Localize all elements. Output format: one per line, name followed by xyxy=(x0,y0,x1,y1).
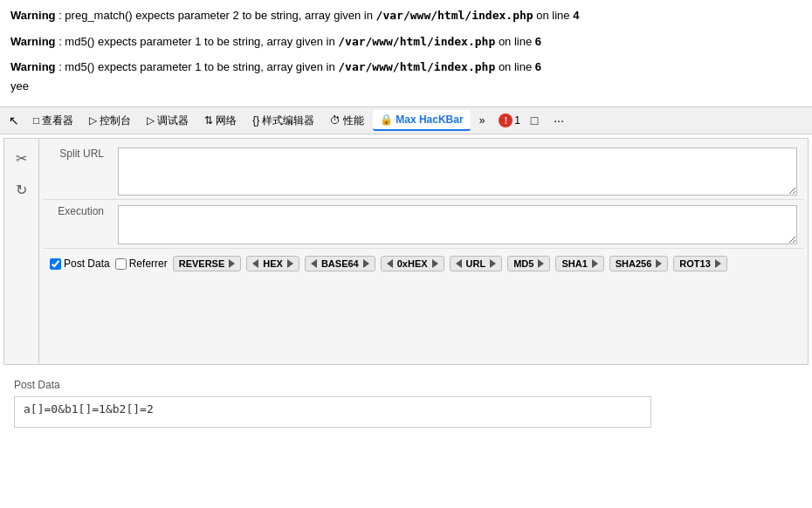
rot13-button[interactable]: ROT13 xyxy=(673,256,726,271)
tab-performance-label: 性能 xyxy=(343,113,364,128)
url-label: URL xyxy=(466,258,486,269)
url-right-arrow-icon xyxy=(490,259,496,268)
yee-text: yee xyxy=(10,78,802,95)
0xhex-button[interactable]: 0xHEX xyxy=(381,256,444,271)
postdata-section-title: Post Data xyxy=(14,379,798,391)
postdata-checkbox-item: Post Data xyxy=(50,257,110,270)
sha1-label: SHA1 xyxy=(561,258,587,269)
execution-row: Execution xyxy=(43,200,804,249)
referrer-checkbox-item: Referrer xyxy=(115,257,168,270)
performance-icon: ⏱ xyxy=(330,114,341,127)
sha1-arrow-icon xyxy=(592,259,598,268)
warning-label-3: Warning xyxy=(10,60,56,73)
tab-overflow[interactable]: » xyxy=(472,111,492,130)
style-icon: {} xyxy=(252,114,259,127)
sha256-arrow-icon xyxy=(656,259,662,268)
tab-debugger[interactable]: ▷ 调试器 xyxy=(140,110,196,132)
postdata-value[interactable]: a[]=0&b1[]=1&b2[]=2 xyxy=(14,396,651,428)
hex-button[interactable]: HEX xyxy=(246,256,299,271)
md5-button[interactable]: MD5 xyxy=(507,256,550,271)
md5-label: MD5 xyxy=(513,258,533,269)
base64-right-arrow-icon xyxy=(363,259,369,268)
more-menu-icon[interactable]: ··· xyxy=(548,110,569,131)
copy-icon[interactable]: □ xyxy=(524,110,545,131)
tab-style[interactable]: {} 样式编辑器 xyxy=(245,110,321,132)
tab-hackbar-label: Max HacKBar xyxy=(396,113,463,126)
refresh-icon[interactable]: ↻ xyxy=(10,177,34,202)
warning-label-1: Warning xyxy=(10,9,56,22)
execution-label: Execution xyxy=(50,205,111,217)
hex-label: HEX xyxy=(263,258,283,269)
warning-line-3: 6 xyxy=(535,60,541,73)
hackbar-panel: ✂ ↻ Split URL Execution Post Data Referr… xyxy=(3,138,809,365)
base64-left-arrow-icon xyxy=(311,259,317,268)
tab-hackbar[interactable]: 🔒 Max HacKBar xyxy=(373,110,470,131)
toolbar-actions: ! 1 □ ··· xyxy=(499,110,569,131)
split-url-row: Split URL xyxy=(43,142,804,200)
hackbar-main-content: Split URL Execution Post Data Referrer R… xyxy=(39,139,808,364)
referrer-checkbox[interactable] xyxy=(115,258,127,270)
sha256-button[interactable]: SHA256 xyxy=(609,256,669,271)
warning-2: Warning : md5() expects parameter 1 to b… xyxy=(10,33,802,51)
tab-inspector[interactable]: □ 查看器 xyxy=(26,110,80,132)
scissor-icon[interactable]: ✂ xyxy=(10,146,34,170)
postdata-checkbox[interactable] xyxy=(50,258,61,270)
error-indicator[interactable]: ! 1 xyxy=(499,113,520,127)
warning-file-3: /var/www/html/index.php xyxy=(338,60,495,73)
postdata-section: Post Data a[]=0&b1[]=1&b2[]=2 xyxy=(0,368,812,438)
hackbar-controls: Post Data Referrer REVERSE HEX BASE xyxy=(43,249,804,278)
error-count: 1 xyxy=(514,114,520,127)
tab-network[interactable]: ⇅ 网络 xyxy=(197,110,244,132)
0xhex-label: 0xHEX xyxy=(397,258,428,269)
tab-style-label: 样式编辑器 xyxy=(262,113,314,128)
0xhex-right-arrow-icon xyxy=(432,259,438,268)
execution-input[interactable] xyxy=(118,205,797,244)
hex-right-arrow-icon xyxy=(287,259,293,268)
error-badge: ! xyxy=(499,113,513,127)
overflow-icon: » xyxy=(479,114,485,127)
warning-section: Warning : preg_match() expects parameter… xyxy=(0,0,812,106)
url-input[interactable] xyxy=(118,148,797,196)
url-button[interactable]: URL xyxy=(450,256,503,271)
url-left-arrow-icon xyxy=(456,259,462,268)
reverse-button[interactable]: REVERSE xyxy=(173,256,242,271)
sha1-button[interactable]: SHA1 xyxy=(555,256,603,271)
md5-arrow-icon xyxy=(538,259,544,268)
split-url-label: Split URL xyxy=(50,148,111,160)
console-icon: ▷ xyxy=(89,114,97,127)
reverse-label: REVERSE xyxy=(179,258,225,269)
0xhex-left-arrow-icon xyxy=(387,259,393,268)
devtools-toolbar: ↖ □ 查看器 ▷ 控制台 ▷ 调试器 ⇅ 网络 {} 样式编辑器 ⏱ 性能 🔒… xyxy=(0,106,812,134)
inspector-icon: □ xyxy=(33,114,39,127)
hackbar-lock-icon: 🔒 xyxy=(380,113,393,126)
rot13-label: ROT13 xyxy=(679,258,710,269)
tab-console[interactable]: ▷ 控制台 xyxy=(82,110,138,132)
warning-line-1: 4 xyxy=(573,9,579,22)
debugger-icon: ▷ xyxy=(147,114,155,127)
warning-1: Warning : preg_match() expects parameter… xyxy=(10,7,802,24)
hex-left-arrow-icon xyxy=(252,259,258,268)
tab-inspector-label: 查看器 xyxy=(42,113,73,128)
warning-file-1: /var/www/html/index.php xyxy=(376,9,533,22)
referrer-checkbox-label: Referrer xyxy=(129,257,168,270)
rot13-arrow-icon xyxy=(715,259,721,268)
hackbar-sidebar: ✂ ↻ xyxy=(4,139,39,364)
tab-performance[interactable]: ⏱ 性能 xyxy=(323,110,371,132)
base64-button[interactable]: BASE64 xyxy=(305,256,375,271)
postdata-checkbox-label: Post Data xyxy=(64,257,110,270)
reverse-arrow-icon xyxy=(229,259,235,268)
network-icon: ⇅ xyxy=(204,114,213,127)
base64-label: BASE64 xyxy=(321,258,359,269)
warning-3: Warning : md5() expects parameter 1 to b… xyxy=(10,58,802,94)
cursor-icon[interactable]: ↖ xyxy=(3,110,24,131)
warning-file-2: /var/www/html/index.php xyxy=(338,35,495,48)
warning-line-2: 6 xyxy=(535,35,541,48)
tab-console-label: 控制台 xyxy=(100,113,131,128)
sha256-label: SHA256 xyxy=(616,258,652,269)
tab-network-label: 网络 xyxy=(216,113,237,128)
tab-debugger-label: 调试器 xyxy=(157,113,189,128)
warning-label-2: Warning xyxy=(10,35,56,48)
